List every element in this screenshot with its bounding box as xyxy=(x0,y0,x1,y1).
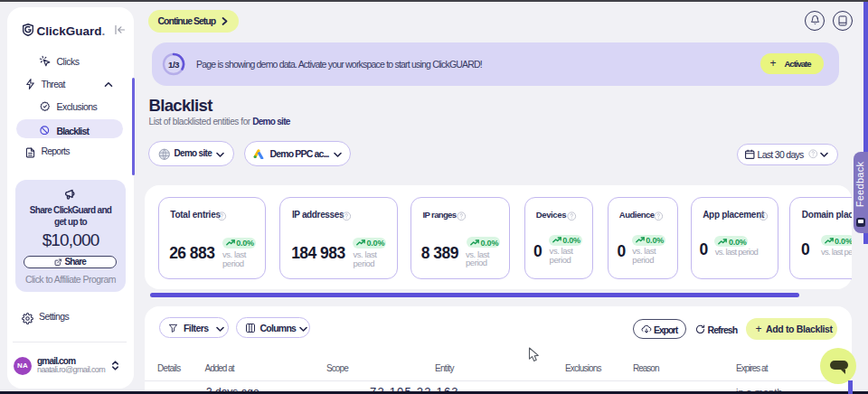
svg-text:1/3: 1/3 xyxy=(168,60,180,70)
